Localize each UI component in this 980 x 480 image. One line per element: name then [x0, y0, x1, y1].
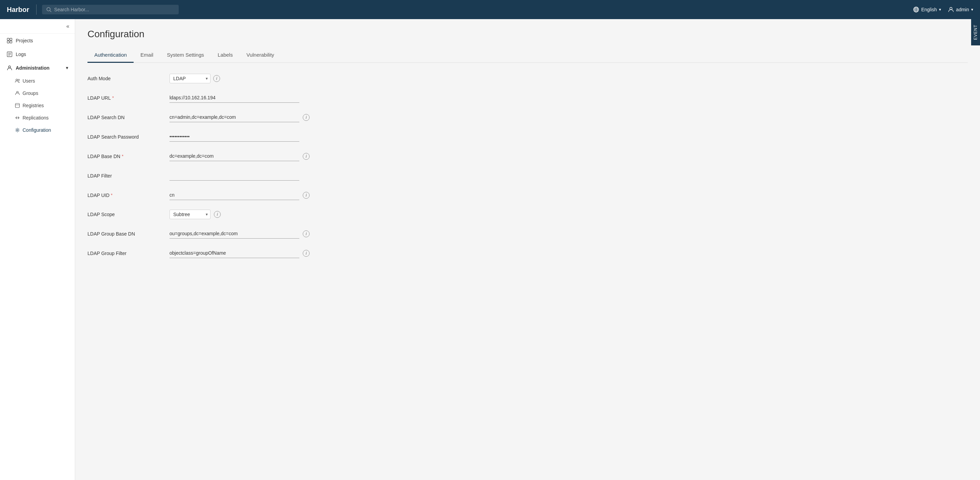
logs-icon: [7, 52, 12, 57]
sidebar-item-registries[interactable]: Registries: [0, 99, 75, 112]
auth-mode-select-wrap: LDAP Database OIDC i: [170, 74, 220, 83]
svg-point-0: [47, 8, 50, 11]
logs-label: Logs: [16, 52, 26, 57]
page-title: Configuration: [88, 29, 968, 40]
sidebar-administration[interactable]: Administration ▾: [0, 61, 75, 75]
projects-icon: [7, 38, 12, 43]
auth-form: Auth Mode LDAP Database OIDC i: [88, 74, 395, 258]
ldap-url-label: LDAP URL *: [88, 95, 170, 101]
ldap-scope-control: Base OneLevel Subtree i: [170, 210, 395, 219]
ldap-scope-select-container[interactable]: Base OneLevel Subtree: [170, 210, 210, 219]
search-bar[interactable]: Search Harbor...: [42, 5, 179, 14]
auth-mode-row: Auth Mode LDAP Database OIDC i: [88, 74, 395, 83]
svg-rect-8: [7, 38, 9, 40]
ldap-base-dn-input[interactable]: [170, 151, 299, 161]
ldap-base-dn-info-icon[interactable]: i: [303, 153, 310, 160]
ldap-group-base-dn-control: i: [170, 229, 395, 239]
ldap-uid-input[interactable]: [170, 190, 299, 200]
ldap-scope-row: LDAP Scope Base OneLevel Subtree i: [88, 210, 395, 219]
collapse-button[interactable]: «: [66, 23, 69, 29]
tab-labels[interactable]: Labels: [211, 48, 240, 63]
user-icon: [948, 6, 954, 13]
sidebar-item-groups[interactable]: Groups: [0, 87, 75, 99]
ldap-search-dn-control: i: [170, 112, 395, 122]
ldap-base-dn-required: *: [122, 154, 123, 159]
tab-email[interactable]: Email: [134, 48, 160, 63]
ldap-filter-input[interactable]: [170, 171, 299, 181]
ldap-url-required: *: [112, 95, 114, 100]
ldap-url-input[interactable]: [170, 93, 299, 103]
groups-label: Groups: [22, 90, 38, 96]
main-content: Configuration Authentication Email Syste…: [75, 19, 980, 480]
sidebar-item-replications[interactable]: Replications: [0, 112, 75, 124]
ldap-search-password-control: [170, 132, 395, 142]
ldap-group-filter-label: LDAP Group Filter: [88, 250, 170, 256]
registries-icon: [15, 103, 20, 108]
svg-rect-10: [7, 41, 9, 43]
tab-system-settings[interactable]: System Settings: [160, 48, 211, 63]
user-label: admin: [956, 7, 969, 12]
users-label: Users: [22, 78, 35, 84]
ldap-group-filter-info-icon[interactable]: i: [303, 250, 310, 257]
ldap-scope-info-icon[interactable]: i: [214, 211, 221, 218]
sidebar-toggle[interactable]: «: [0, 19, 75, 34]
navbar: Harbor Search Harbor... English ▾ ad: [0, 0, 980, 19]
tab-authentication[interactable]: Authentication: [88, 48, 134, 63]
registries-label: Registries: [22, 103, 44, 108]
ldap-group-base-dn-label: LDAP Group Base DN: [88, 231, 170, 237]
language-label: English: [921, 7, 937, 12]
svg-line-1: [50, 11, 51, 12]
ldap-url-control: [170, 93, 395, 103]
ldap-uid-control: i: [170, 190, 395, 200]
sidebar-item-projects[interactable]: Projects: [0, 34, 75, 48]
navbar-divider: [36, 5, 37, 15]
ldap-group-filter-input[interactable]: [170, 248, 299, 258]
replications-icon: [15, 116, 20, 120]
ldap-uid-info-icon[interactable]: i: [303, 192, 310, 199]
auth-mode-select[interactable]: LDAP Database OIDC: [170, 74, 210, 83]
configuration-label: Configuration: [22, 127, 51, 133]
sidebar-item-users[interactable]: Users: [0, 75, 75, 87]
administration-chevron: ▾: [66, 65, 68, 70]
ldap-search-dn-input[interactable]: [170, 112, 299, 122]
globe-icon: [913, 6, 919, 13]
ldap-group-base-dn-info-icon[interactable]: i: [303, 230, 310, 237]
language-selector[interactable]: English ▾: [913, 6, 941, 13]
user-menu[interactable]: admin ▾: [948, 6, 973, 13]
administration-label: Administration: [16, 65, 49, 71]
auth-mode-label: Auth Mode: [88, 76, 170, 81]
auth-mode-select-container[interactable]: LDAP Database OIDC: [170, 74, 210, 83]
svg-rect-9: [10, 38, 12, 40]
ldap-scope-label: LDAP Scope: [88, 212, 170, 217]
svg-point-18: [18, 79, 19, 81]
ldap-uid-label: LDAP UID *: [88, 193, 170, 198]
sidebar-item-logs[interactable]: Logs: [0, 48, 75, 61]
ldap-base-dn-label: LDAP Base DN *: [88, 154, 170, 159]
projects-label: Projects: [16, 38, 33, 43]
svg-point-16: [8, 66, 11, 68]
ldap-search-dn-row: LDAP Search DN i: [88, 112, 395, 122]
auth-mode-info-icon[interactable]: i: [213, 75, 220, 82]
ldap-filter-control: [170, 171, 395, 181]
sidebar: « Projects Logs Administration ▾: [0, 19, 75, 480]
ldap-group-base-dn-input[interactable]: [170, 229, 299, 239]
tab-vulnerability[interactable]: Vulnerability: [240, 48, 281, 63]
ldap-scope-select[interactable]: Base OneLevel Subtree: [170, 210, 210, 219]
replications-label: Replications: [22, 115, 49, 120]
admin-icon: [7, 65, 12, 71]
svg-rect-20: [15, 103, 19, 108]
auth-mode-control: LDAP Database OIDC i: [170, 74, 395, 83]
search-icon: [46, 7, 52, 12]
ldap-filter-row: LDAP Filter: [88, 171, 395, 181]
ldap-group-base-dn-row: LDAP Group Base DN i: [88, 229, 395, 239]
ldap-search-dn-info-icon[interactable]: i: [303, 114, 310, 121]
sidebar-item-configuration[interactable]: Configuration: [0, 124, 75, 136]
ldap-base-dn-row: LDAP Base DN * i: [88, 151, 395, 161]
event-tab[interactable]: EVENT: [971, 19, 980, 45]
ldap-url-row: LDAP URL *: [88, 93, 395, 103]
language-chevron: ▾: [939, 7, 941, 12]
groups-icon: [15, 91, 20, 96]
ldap-group-filter-control: i: [170, 248, 395, 258]
svg-point-22: [17, 129, 18, 131]
ldap-search-password-input[interactable]: [170, 132, 299, 142]
